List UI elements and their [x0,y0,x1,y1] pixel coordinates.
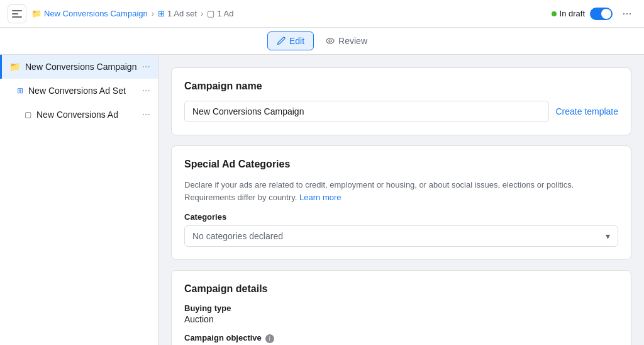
special-ad-title: Special Ad Categories [184,159,618,170]
ad-icon: ▢ [207,9,214,18]
sidebar-adset-label: New Conversions Ad Set [28,86,126,96]
adset-more-icon[interactable]: ··· [142,85,150,96]
svg-rect-1 [12,13,18,14]
more-options-button[interactable]: ··· [618,4,636,23]
buying-type-value: Auction [184,314,618,324]
tab-review[interactable]: Review [316,31,377,50]
sidebar-item-campaign[interactable]: 📁 New Conversions Campaign ··· [0,55,158,79]
draft-toggle[interactable] [590,8,613,20]
main-layout: 📁 New Conversions Campaign ··· ⊞ New Con… [0,55,644,345]
categories-placeholder: No categories declared [192,231,283,241]
special-ad-card: Special Ad Categories Declare if your ad… [171,145,631,260]
objective-label-row: Campaign objective i [184,333,618,344]
buying-type-row: Buying type Auction [184,303,618,324]
collapse-sidebar-button[interactable] [8,4,26,23]
edit-icon [277,37,286,45]
create-template-link[interactable]: Create template [555,106,618,116]
sidebar-item-campaign-left: 📁 New Conversions Campaign [9,62,136,72]
campaign-folder-icon: 📁 [31,9,42,18]
categories-dropdown[interactable]: No categories declared ▾ [184,225,618,247]
info-icon[interactable]: i [265,334,274,343]
sidebar-item-adset[interactable]: ⊞ New Conversions Ad Set ··· [0,79,158,103]
status-badge: In draft [552,9,585,18]
campaign-name-card: Campaign name Create template [171,67,631,135]
breadcrumb-sep-2: › [201,9,203,18]
sidebar-item-adset-left: ⊞ New Conversions Ad Set [17,86,126,96]
svg-rect-2 [12,16,22,18]
sidebar-item-ad[interactable]: ▢ New Conversions Ad ··· [0,103,158,127]
campaign-name-input-row: Create template [184,101,618,122]
sidebar-item-ad-left: ▢ New Conversions Ad [25,110,118,120]
svg-point-3 [326,38,334,43]
campaign-details-title: Campaign details [184,283,618,295]
status-dot-icon [552,11,557,16]
campaign-icon: 📁 [9,62,20,72]
adset-icon: ⊞ [17,86,23,95]
edit-review-bar: Edit Review [0,28,644,55]
objective-row: Campaign objective i Conversions [184,333,618,345]
categories-label: Categories [184,212,618,222]
tab-edit[interactable]: Edit [267,31,314,50]
ad-item-icon: ▢ [25,110,31,119]
campaign-name-input[interactable] [184,101,549,122]
review-eye-icon [326,37,335,45]
learn-more-link[interactable]: Learn more [299,193,341,202]
campaign-name-card-title: Campaign name [184,81,618,92]
breadcrumb-ad[interactable]: ▢ 1 Ad [207,9,233,18]
sidebar-ad-label: New Conversions Ad [36,110,118,120]
top-nav-bar: 📁 New Conversions Campaign › ⊞ 1 Ad set … [0,0,644,28]
breadcrumb: 📁 New Conversions Campaign › ⊞ 1 Ad set … [31,9,547,18]
campaign-details-card: Campaign details Buying type Auction Cam… [171,270,631,345]
buying-type-label: Buying type [184,303,618,313]
sidebar: 📁 New Conversions Campaign ··· ⊞ New Con… [0,55,158,345]
campaign-more-icon[interactable]: ··· [142,61,150,72]
sidebar-campaign-label: New Conversions Campaign [25,62,136,72]
dropdown-chevron-icon: ▾ [606,231,610,241]
svg-rect-0 [12,10,22,11]
adset-grid-icon: ⊞ [158,9,165,18]
content-area: Campaign name Create template Special Ad… [158,55,644,345]
ad-more-icon[interactable]: ··· [142,109,150,120]
special-ad-description: Declare if your ads are related to credi… [184,179,618,203]
objective-label: Campaign objective [184,333,262,342]
breadcrumb-campaign[interactable]: 📁 New Conversions Campaign [31,9,148,18]
svg-point-4 [329,40,331,42]
nav-right: In draft ··· [552,4,636,23]
breadcrumb-adset[interactable]: ⊞ 1 Ad set [158,9,197,18]
breadcrumb-sep-1: › [152,9,154,18]
